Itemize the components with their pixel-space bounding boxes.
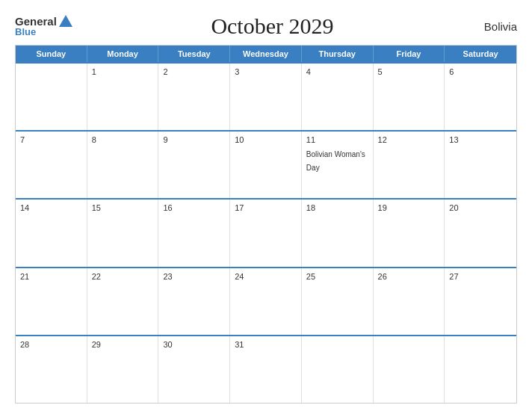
event-bolivian-womans-day: Bolivian Woman's Day	[306, 150, 365, 172]
calendar-body: 1 2 3 4 5 6 7 8 9 10 11 Bolivian Woman's…	[16, 62, 516, 403]
table-row: 17	[230, 200, 302, 266]
page-header: General Blue October 2029 Bolivia	[15, 13, 517, 39]
table-row: 8	[87, 132, 159, 198]
table-row: 29	[87, 336, 159, 403]
table-row	[302, 336, 374, 403]
calendar-page: General Blue October 2029 Bolivia Sunday…	[0, 0, 532, 411]
table-row: 1	[87, 64, 159, 130]
col-wednesday: Wednesday	[230, 46, 302, 62]
table-row	[445, 336, 516, 403]
table-row: 23	[158, 268, 230, 335]
table-row: 14	[16, 200, 87, 266]
table-row: 15	[87, 200, 159, 266]
table-row: 19	[374, 200, 445, 266]
table-row: 27	[445, 268, 516, 335]
col-friday: Friday	[374, 46, 445, 62]
table-row: 25	[302, 268, 374, 335]
table-row: 21	[16, 268, 87, 335]
table-row: 26	[374, 268, 445, 335]
table-row: 13	[445, 132, 516, 198]
table-row: 5	[374, 64, 445, 130]
table-row: 9	[158, 132, 230, 198]
table-row: 28	[16, 336, 87, 403]
table-row: 24	[230, 268, 302, 335]
table-row: 4	[302, 64, 374, 130]
col-saturday: Saturday	[445, 46, 516, 62]
table-row: 22	[87, 268, 159, 335]
country-label: Bolivia	[472, 20, 517, 33]
col-tuesday: Tuesday	[158, 46, 230, 62]
table-row: 2	[158, 64, 230, 130]
calendar: Sunday Monday Tuesday Wednesday Thursday…	[15, 45, 517, 404]
col-thursday: Thursday	[302, 46, 374, 62]
table-row: 12	[374, 132, 445, 198]
table-row: 6	[445, 64, 516, 130]
table-row	[374, 336, 445, 403]
week-row-5: 28 29 30 31	[16, 335, 516, 403]
logo-blue-text: Blue	[15, 26, 36, 37]
table-row: 20	[445, 200, 516, 266]
week-row-1: 1 2 3 4 5 6	[16, 62, 516, 130]
calendar-title: October 2029	[72, 13, 472, 39]
table-row: 11 Bolivian Woman's Day	[302, 132, 374, 198]
table-row: 18	[302, 200, 374, 266]
calendar-header-row: Sunday Monday Tuesday Wednesday Thursday…	[16, 46, 516, 62]
col-sunday: Sunday	[16, 46, 87, 62]
logo-triangle-icon	[59, 15, 72, 27]
week-row-2: 7 8 9 10 11 Bolivian Woman's Day 12 13	[16, 130, 516, 198]
table-row: 31	[230, 336, 302, 403]
table-row: 30	[158, 336, 230, 403]
table-row: 10	[230, 132, 302, 198]
week-row-4: 21 22 23 24 25 26 27	[16, 267, 516, 335]
col-monday: Monday	[87, 46, 159, 62]
logo: General Blue	[15, 15, 72, 37]
table-row: 7	[16, 132, 87, 198]
table-row: 3	[230, 64, 302, 130]
table-row	[16, 64, 87, 130]
week-row-3: 14 15 16 17 18 19 20	[16, 198, 516, 266]
table-row: 16	[158, 200, 230, 266]
